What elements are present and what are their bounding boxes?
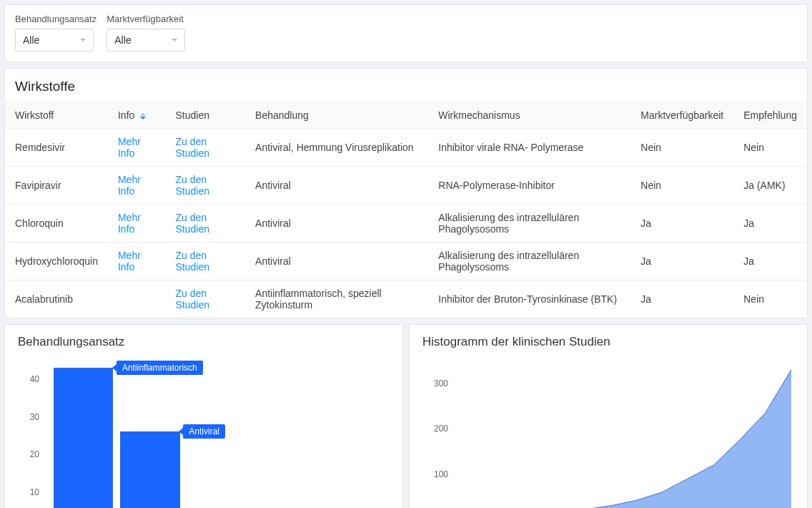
y-tick: 100 <box>434 469 448 479</box>
table-row: RemdesivirMehr InfoZu den StudienAntivir… <box>5 129 807 167</box>
cell-empfehlung: Nein <box>733 129 807 167</box>
cell-markt: Ja <box>630 280 733 318</box>
cell-info-link[interactable]: Mehr Info <box>108 129 166 167</box>
area-chart-area: 0100200300 Feb 2Feb 16Mar 1Mar 15Mar 29A… <box>422 355 794 508</box>
cell-wirkmechanismus: RNA-Polymerase-Inhibitor <box>428 167 630 205</box>
cell-empfehlung: Ja <box>733 205 807 243</box>
cell-studien-link[interactable]: Zu den Studien <box>166 167 246 205</box>
filter-availability-select[interactable]: Alle <box>107 29 185 52</box>
wirkstoffe-table: Wirkstoff Info Studien Behandlung Wirkme… <box>5 102 807 318</box>
y-tick: 40 <box>30 374 39 384</box>
table-row: ChloroquinMehr InfoZu den StudienAntivir… <box>5 205 807 243</box>
col-studien[interactable]: Studien <box>166 102 246 129</box>
cell-markt: Ja <box>630 205 733 243</box>
cell-info-link <box>108 280 166 318</box>
cell-behandlung: Antiviral, Hemmung Virusreplikation <box>245 129 428 167</box>
col-wirkmechanismus[interactable]: Wirkmechanismus <box>428 102 630 129</box>
cell-studien-link[interactable]: Zu den Studien <box>166 129 246 167</box>
area-plot <box>455 361 791 508</box>
table-row: AcalabrutinibZu den StudienAntiinflammat… <box>5 280 807 318</box>
cell-behandlung: Antiviral <box>245 167 428 205</box>
cell-info-link[interactable]: Mehr Info <box>108 243 166 280</box>
cell-info-link[interactable]: Mehr Info <box>108 167 166 205</box>
cell-wirkstoff: Favipiravir <box>5 167 108 205</box>
cell-empfehlung: Nein <box>733 280 807 318</box>
cell-wirkmechanismus: Inhibitor der Bruton-Tyrosinkinase (BTK) <box>428 280 630 318</box>
chevron-down-icon <box>80 39 86 41</box>
cell-wirkstoff: Acalabrutinib <box>5 280 108 318</box>
cell-empfehlung: Ja (AMK) <box>733 167 807 205</box>
filter-treatment-value: Alle <box>23 34 39 46</box>
cell-wirkmechanismus: Alkalisierung des intrazellulären Phagol… <box>428 205 630 243</box>
col-wirkstoff[interactable]: Wirkstoff <box>5 102 108 129</box>
cell-wirkstoff: Chloroquin <box>5 205 108 243</box>
cell-info-link[interactable]: Mehr Info <box>108 205 166 243</box>
cell-studien-link[interactable]: Zu den Studien <box>166 280 246 318</box>
cell-wirkmechanismus: Alkalisierung des intrazellulären Phagol… <box>428 243 630 280</box>
cell-behandlung: Antiviral <box>245 205 428 243</box>
filter-availability-label: Marktverfügbarkeit <box>107 14 185 24</box>
cell-empfehlung: Ja <box>733 243 807 280</box>
area-y-axis: 0100200300 <box>422 361 452 508</box>
col-marktverfugbarkeit[interactable]: Marktverfügbarkeit <box>630 102 733 129</box>
col-info[interactable]: Info <box>108 102 166 129</box>
bar[interactable] <box>54 368 114 508</box>
cell-wirkstoff: Remdesivir <box>5 129 108 167</box>
table-row: HydroxychloroquinMehr InfoZu den Studien… <box>5 243 807 280</box>
cell-wirkstoff: Hydroxychloroquin <box>5 243 108 280</box>
filter-treatment: Behandlungsansatz Alle <box>15 14 96 52</box>
cell-markt: Nein <box>630 167 733 205</box>
y-tick: 20 <box>30 449 39 459</box>
table-title: Wirkstoffe <box>5 69 807 102</box>
bar-tooltip: Antiviral <box>183 424 225 439</box>
y-tick: 30 <box>30 412 39 422</box>
table-header-row: Wirkstoff Info Studien Behandlung Wirkme… <box>5 102 807 129</box>
charts-row: Behandlungsansatz 010203040 Antiinflamma… <box>4 324 808 508</box>
y-tick: 200 <box>434 424 448 434</box>
bar-chart-title: Behandlungsansatz <box>18 335 390 349</box>
bar-tooltip: Antiinflammatorisch <box>117 361 203 375</box>
chevron-down-icon <box>172 39 177 41</box>
filter-availability: Marktverfügbarkeit Alle <box>107 14 185 52</box>
cell-studien-link[interactable]: Zu den Studien <box>166 205 246 243</box>
table-row: FavipiravirMehr InfoZu den StudienAntivi… <box>5 167 807 205</box>
cell-behandlung: Antiviral <box>245 243 428 280</box>
filter-availability-value: Alle <box>114 34 131 46</box>
bar[interactable] <box>120 431 180 508</box>
bar-y-axis: 010203040 <box>18 361 44 508</box>
bar-chart-panel: Behandlungsansatz 010203040 Antiinflamma… <box>4 324 403 508</box>
cell-markt: Nein <box>630 129 733 167</box>
filter-treatment-label: Behandlungsansatz <box>15 14 96 24</box>
bar-plot: AntiinflammatorischAntiviral <box>46 361 387 508</box>
cell-behandlung: Antiinflammatorisch, speziell Zytokinstu… <box>245 280 428 318</box>
area-chart-title: Histogramm der klinischen Studien <box>422 335 794 349</box>
cell-studien-link[interactable]: Zu den Studien <box>166 243 246 280</box>
sort-icon <box>140 113 146 119</box>
filters-panel: Behandlungsansatz Alle Marktverfügbarkei… <box>4 4 808 62</box>
filter-treatment-select[interactable]: Alle <box>15 29 94 52</box>
cell-wirkmechanismus: Inhibitor virale RNA- Polymerase <box>428 129 630 167</box>
y-tick: 300 <box>434 378 448 389</box>
area-chart-panel: Histogramm der klinischen Studien 010020… <box>409 324 808 508</box>
y-tick: 10 <box>30 487 39 497</box>
col-empfehlung[interactable]: Empfehlung <box>733 102 807 129</box>
cell-markt: Ja <box>630 243 733 280</box>
wirkstoffe-panel: Wirkstoffe Wirkstoff Info Studien Behand… <box>4 68 808 318</box>
bar-chart-area: 010203040 AntiinflammatorischAntiviral <box>18 355 390 508</box>
col-behandlung[interactable]: Behandlung <box>245 102 428 129</box>
